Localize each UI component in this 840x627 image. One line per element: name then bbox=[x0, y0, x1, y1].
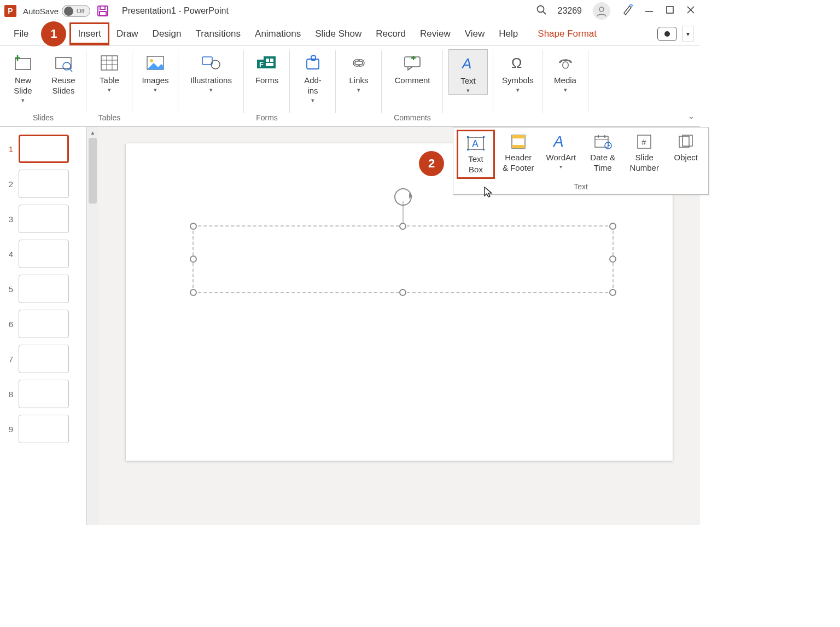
resize-handle-mr[interactable] bbox=[609, 256, 616, 263]
document-title: Presentation1 - PowerPoint bbox=[122, 6, 229, 16]
group-links: Links bbox=[336, 46, 382, 126]
text-dropdown-popover: A Text Box Header & Footer A WordArt Dat… bbox=[453, 127, 700, 195]
tab-slideshow[interactable]: Slide Show bbox=[308, 24, 369, 44]
resize-handle-mt[interactable] bbox=[399, 223, 406, 230]
scroll-up-icon[interactable]: ▲ bbox=[87, 127, 98, 138]
dictate-pen-icon[interactable] bbox=[621, 4, 633, 18]
addins-icon bbox=[304, 51, 322, 74]
wordart-icon: A bbox=[552, 132, 570, 152]
forms-button[interactable]: F Forms bbox=[249, 49, 284, 86]
tab-design[interactable]: Design bbox=[145, 24, 189, 44]
thumbnail-3[interactable]: 3 bbox=[0, 201, 86, 236]
svg-point-14 bbox=[63, 62, 71, 70]
symbols-icon: Ω bbox=[510, 51, 526, 74]
svg-rect-42 bbox=[467, 149, 469, 150]
tab-transitions[interactable]: Transitions bbox=[189, 24, 248, 44]
rotation-handle-icon[interactable] bbox=[394, 188, 412, 206]
tab-animations[interactable]: Animations bbox=[248, 24, 308, 44]
group-images: Images bbox=[132, 46, 178, 126]
tab-draw[interactable]: Draw bbox=[109, 24, 145, 44]
resize-handle-mb[interactable] bbox=[399, 289, 406, 296]
autosave-control[interactable]: AutoSave Off bbox=[23, 5, 90, 17]
links-label: Links bbox=[349, 76, 368, 86]
table-icon bbox=[100, 51, 119, 74]
tab-view[interactable]: View bbox=[458, 24, 492, 44]
selected-text-box-placeholder[interactable] bbox=[192, 225, 614, 293]
thumbnail-5[interactable]: 5 bbox=[0, 271, 86, 306]
title-bar: P AutoSave Off Presentation1 - PowerPoin… bbox=[0, 0, 700, 22]
scrollbar-thumb[interactable] bbox=[89, 138, 97, 204]
forms-label: Forms bbox=[255, 76, 279, 86]
date-time-button[interactable]: Date & Time bbox=[584, 130, 622, 179]
thumbnail-2[interactable]: 2 bbox=[0, 166, 86, 201]
tab-insert[interactable]: Insert bbox=[69, 22, 109, 45]
svg-line-4 bbox=[543, 11, 546, 14]
header-footer-button[interactable]: Header & Footer bbox=[498, 130, 539, 179]
comment-button[interactable]: Comment bbox=[387, 49, 438, 86]
close-window-icon[interactable] bbox=[686, 5, 696, 17]
wordart-button[interactable]: A WordArt bbox=[542, 130, 581, 179]
new-slide-button[interactable]: New Slide bbox=[5, 49, 40, 104]
ribbon-collapse-icon[interactable]: ⌄ bbox=[682, 106, 700, 126]
links-button[interactable]: Links bbox=[341, 49, 376, 94]
thumbnail-9[interactable]: 9 bbox=[0, 411, 86, 446]
table-label: Table bbox=[100, 76, 119, 86]
group-tables: Table Tables bbox=[86, 46, 132, 126]
thumbnail-4[interactable]: 4 bbox=[0, 236, 86, 271]
svg-point-3 bbox=[537, 6, 544, 13]
svg-rect-26 bbox=[266, 59, 269, 62]
group-comments-label: Comments bbox=[394, 111, 431, 125]
new-slide-label: New Slide bbox=[14, 76, 32, 96]
autosave-toggle[interactable]: Off bbox=[62, 5, 90, 17]
minimize-window-icon[interactable] bbox=[644, 5, 654, 17]
resize-handle-ml[interactable] bbox=[190, 256, 197, 263]
toggle-knob-icon bbox=[64, 7, 73, 16]
save-icon[interactable] bbox=[97, 5, 109, 17]
slide-number-button[interactable]: # Slide Number bbox=[625, 130, 663, 179]
media-button[interactable]: Media bbox=[548, 49, 583, 94]
slide-number-icon: # bbox=[636, 132, 652, 152]
thumbnail-7[interactable]: 7 bbox=[0, 341, 86, 376]
svg-rect-47 bbox=[512, 145, 525, 148]
text-box-button[interactable]: A Text Box bbox=[457, 130, 495, 179]
resize-handle-br[interactable] bbox=[609, 289, 616, 296]
resize-handle-bl[interactable] bbox=[190, 289, 197, 296]
group-comments: Comment Comments bbox=[382, 46, 443, 126]
addins-button[interactable]: Add- ins bbox=[295, 49, 330, 104]
tab-record[interactable]: Record bbox=[369, 24, 413, 44]
svg-rect-59 bbox=[682, 135, 692, 146]
account-avatar-icon[interactable] bbox=[593, 2, 610, 20]
resize-handle-tl[interactable] bbox=[190, 223, 197, 230]
thumbnail-8[interactable]: 8 bbox=[0, 376, 86, 411]
user-id-label: 23269 bbox=[558, 6, 582, 16]
maximize-window-icon[interactable] bbox=[665, 5, 675, 17]
table-button[interactable]: Table bbox=[92, 49, 127, 94]
svg-rect-28 bbox=[266, 63, 273, 66]
slide-thumbnail-panel[interactable]: 1 2 3 4 5 6 7 8 9 bbox=[0, 127, 86, 525]
svg-point-5 bbox=[599, 7, 604, 11]
reuse-slides-button[interactable]: Reuse Slides bbox=[46, 49, 81, 96]
ribbon-overflow-icon[interactable]: ▾ bbox=[682, 26, 693, 42]
object-button[interactable]: Object bbox=[667, 130, 700, 179]
svg-rect-38 bbox=[563, 62, 568, 68]
comment-label: Comment bbox=[394, 76, 430, 86]
images-icon bbox=[146, 51, 165, 74]
illustrations-button[interactable]: Illustrations bbox=[184, 49, 238, 94]
images-button[interactable]: Images bbox=[138, 49, 173, 94]
group-symbols: Ω Symbols bbox=[493, 46, 542, 126]
symbols-button[interactable]: Ω Symbols bbox=[499, 49, 537, 94]
camera-indicator-icon[interactable] bbox=[657, 27, 677, 41]
date-time-label: Date & Time bbox=[590, 153, 615, 173]
resize-handle-tr[interactable] bbox=[609, 223, 616, 230]
tab-help[interactable]: Help bbox=[492, 24, 525, 44]
tab-shape-format[interactable]: Shape Format bbox=[530, 24, 604, 44]
thumbnail-6[interactable]: 6 bbox=[0, 306, 86, 341]
thumbnail-scrollbar[interactable]: ▲ bbox=[86, 127, 98, 525]
tab-file[interactable]: File bbox=[7, 24, 36, 44]
tab-review[interactable]: Review bbox=[413, 24, 458, 44]
text-dropdown-button[interactable]: A Text bbox=[448, 49, 488, 95]
search-icon[interactable] bbox=[536, 4, 547, 18]
ribbon-insert: New Slide Reuse Slides Slides Table Tabl… bbox=[0, 46, 700, 127]
thumbnail-1[interactable]: 1 bbox=[0, 131, 86, 166]
autosave-state: Off bbox=[77, 8, 84, 14]
